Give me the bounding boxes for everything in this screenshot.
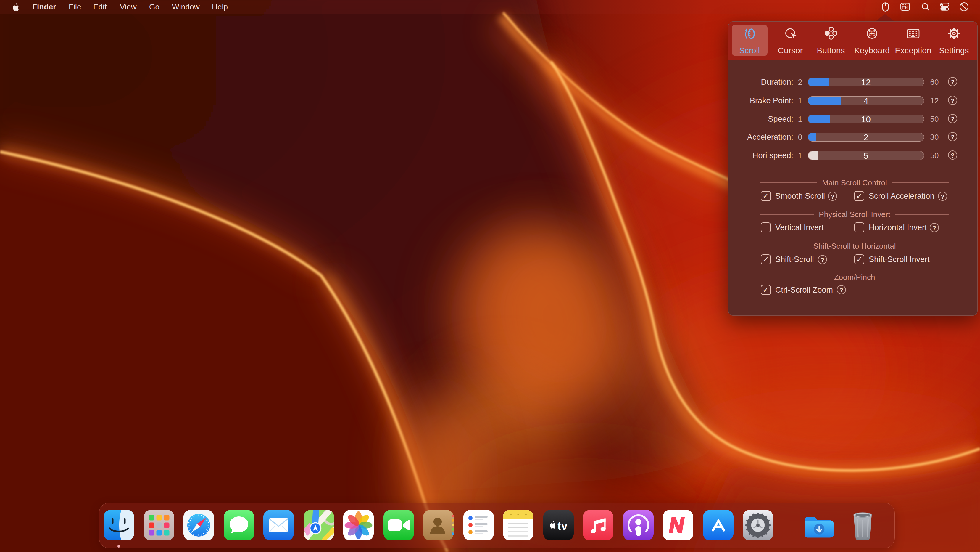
svg-text:tv: tv	[557, 520, 568, 532]
svg-text:⌘: ⌘	[905, 6, 909, 9]
svg-text:⌘: ⌘	[868, 29, 877, 38]
